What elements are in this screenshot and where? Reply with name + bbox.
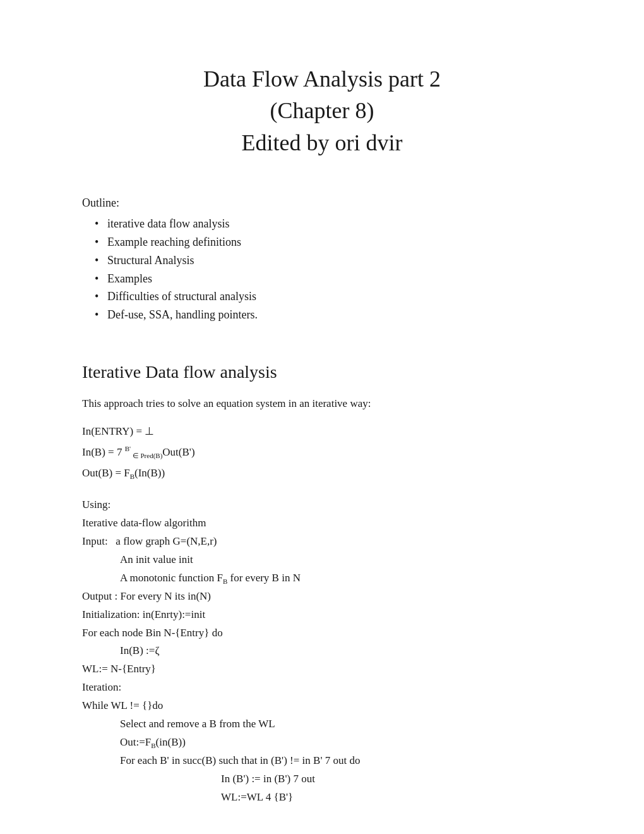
alg-using: Using: [82, 496, 562, 514]
list-item: Difficulties of structural analysis [95, 287, 562, 306]
alg-output: Output : For every N its in(N) [82, 588, 562, 606]
sub-pred: ∈ Pred(B) [131, 452, 162, 459]
list-item: Example reaching definitions [95, 233, 562, 251]
alg-input3: A monotonic function FB for every B in N [82, 569, 562, 588]
list-item: Examples [95, 270, 562, 288]
alg-out: Out:=FB(in(B)) [82, 734, 562, 752]
alg-init: Initialization: in(Enrty):=init [82, 606, 562, 624]
alg-iteration: Iteration: [82, 679, 562, 697]
page-title: Data Flow Analysis part 2 (Chapter 8) Ed… [82, 63, 562, 159]
intro-text: This approach tries to solve an equation… [82, 395, 562, 412]
title-section: Data Flow Analysis part 2 (Chapter 8) Ed… [82, 63, 562, 159]
equation-line1: In(ENTRY) = ⊥ [82, 422, 562, 442]
sub-b3: B [151, 742, 155, 749]
list-item: Def-use, SSA, handling pointers. [95, 306, 562, 324]
iterative-data-flow-section: Iterative Data flow analysis This approa… [82, 362, 562, 807]
alg-input-header: Input: a flow graph G=(N,E,r) [82, 533, 562, 551]
alg-foreach2: For each B' in succ(B) such that in (B')… [82, 752, 562, 770]
outline-section: Outline: iterative data flow analysis Ex… [82, 196, 562, 324]
sub-b: B [130, 473, 134, 480]
sub-b2: B [223, 577, 227, 585]
alg-inb: In(B) :=ζ [82, 642, 562, 660]
sup-b-prime: B' [125, 445, 131, 452]
alg-while: While WL != {}do [82, 697, 562, 715]
outline-list: iterative data flow analysis Example rea… [82, 215, 562, 324]
section-heading: Iterative Data flow analysis [82, 362, 562, 382]
alg-input2: An init value init [82, 551, 562, 569]
list-item: iterative data flow analysis [95, 215, 562, 233]
alg-wl: WL:= N-{Entry} [82, 660, 562, 679]
equation-line3: Out(B) = FB(In(B)) [82, 464, 562, 483]
list-item: Structural Analysis [95, 251, 562, 270]
equation-block: In(ENTRY) = ⊥ In(B) = 7 B' ∈ Pred(B)Out(… [82, 422, 562, 483]
algorithm-block: Using: Iterative data-flow algorithm Inp… [82, 496, 562, 807]
title-line2: (Chapter 8) [270, 98, 374, 123]
alg-wl-update: WL:=WL 4 {B'} [82, 789, 562, 807]
equation-line2: In(B) = 7 B' ∈ Pred(B)Out(B') [82, 443, 562, 462]
alg-foreach: For each node Bin N-{Entry} do [82, 624, 562, 643]
page: Data Flow Analysis part 2 (Chapter 8) Ed… [0, 0, 644, 834]
alg-select: Select and remove a B from the WL [82, 715, 562, 734]
alg-name: Iterative data-flow algorithm [82, 514, 562, 533]
outline-label: Outline: [82, 196, 562, 210]
title-line3: Edited by ori dvir [242, 130, 403, 155]
alg-in-assign: In (B') := in (B') 7 out [82, 770, 562, 789]
title-line1: Data Flow Analysis part 2 [203, 66, 441, 92]
